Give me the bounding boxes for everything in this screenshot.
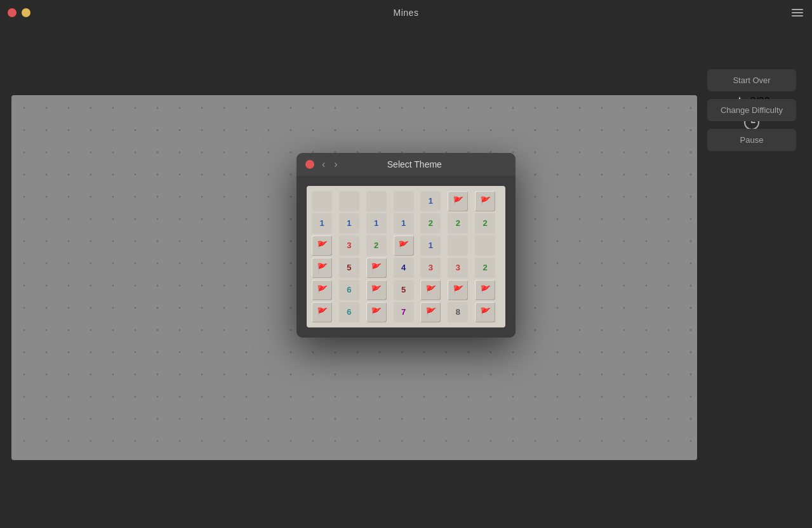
cell-r1c3: 1 — [394, 213, 414, 234]
cell-r3c5: 3 — [448, 258, 468, 278]
cell-r3c1: 5 — [339, 258, 359, 278]
cell-r1c0: 1 — [312, 213, 332, 234]
modal-overlay: ‹ › Select Theme 1 🚩 🚩 1 1 1 1 2 — [0, 0, 812, 528]
cell-r0c0 — [312, 191, 332, 211]
preview-grid: 1 🚩 🚩 1 1 1 1 2 2 2 🚩 3 2 🚩 1 — [307, 186, 505, 327]
cell-r3c0: 🚩 — [312, 258, 332, 278]
cell-r2c5 — [448, 235, 468, 256]
cell-r1c5: 2 — [448, 213, 468, 234]
cell-r5c2: 🚩 — [366, 302, 387, 322]
theme-select-modal: ‹ › Select Theme 1 🚩 🚩 1 1 1 1 2 — [296, 153, 516, 338]
modal-prev-button[interactable]: ‹ — [321, 159, 326, 169]
cell-r1c2: 1 — [366, 213, 387, 234]
cell-r5c0: 🚩 — [312, 302, 332, 322]
cell-r3c4: 3 — [420, 258, 441, 278]
modal-header: ‹ › Select Theme — [296, 153, 516, 176]
cell-r4c3: 5 — [394, 280, 414, 300]
cell-r2c4: 1 — [420, 235, 441, 256]
theme-preview: 1 🚩 🚩 1 1 1 1 2 2 2 🚩 3 2 🚩 1 — [296, 176, 516, 338]
cell-r4c4: 🚩 — [420, 280, 441, 300]
cell-r2c0: 🚩 — [312, 235, 332, 256]
cell-r2c3: 🚩 — [394, 235, 414, 256]
cell-r0c2 — [366, 191, 387, 211]
cell-r4c2: 🚩 — [366, 280, 387, 300]
cell-r4c1: 6 — [339, 280, 359, 300]
modal-title: Select Theme — [345, 159, 484, 169]
cell-r5c4: 🚩 — [420, 302, 441, 322]
cell-r5c6: 🚩 — [475, 302, 495, 322]
cell-r3c3: 4 — [394, 258, 414, 278]
cell-r2c2: 2 — [366, 235, 387, 256]
cell-r2c1: 3 — [339, 235, 359, 256]
modal-close-button[interactable] — [305, 160, 314, 169]
cell-r2c6 — [475, 235, 495, 256]
cell-r0c6: 🚩 — [475, 191, 495, 211]
cell-r5c3: 7 — [394, 302, 414, 322]
cell-r3c6: 2 — [475, 258, 495, 278]
cell-r1c4: 2 — [420, 213, 441, 234]
cell-r1c1: 1 — [339, 213, 359, 234]
cell-r0c3 — [394, 191, 414, 211]
cell-r5c1: 6 — [339, 302, 359, 322]
cell-r0c4: 1 — [420, 191, 441, 211]
cell-r0c5: 🚩 — [448, 191, 468, 211]
modal-next-button[interactable]: › — [333, 159, 338, 169]
cell-r5c5: 8 — [448, 302, 468, 322]
cell-r4c6: 🚩 — [475, 280, 495, 300]
cell-r4c5: 🚩 — [448, 280, 468, 300]
cell-r4c0: 🚩 — [312, 280, 332, 300]
cell-r3c2: 🚩 — [366, 258, 387, 278]
cell-r1c6: 2 — [475, 213, 495, 234]
cell-r0c1 — [339, 191, 359, 211]
